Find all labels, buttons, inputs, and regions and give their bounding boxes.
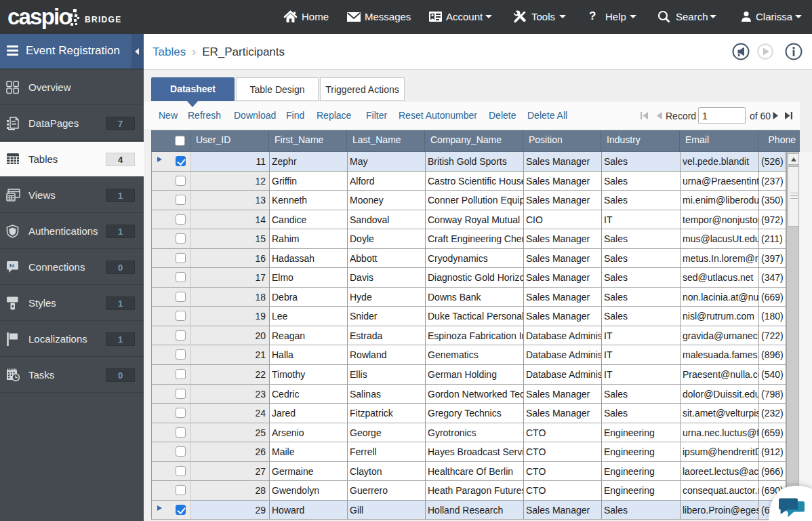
svg-text:hi: hi	[9, 263, 14, 269]
